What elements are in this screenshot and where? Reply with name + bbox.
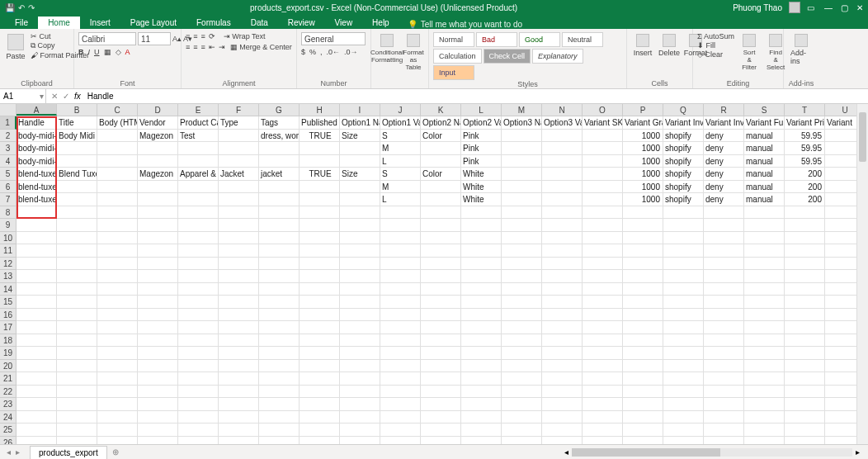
cell[interactable] <box>17 360 57 373</box>
cell[interactable]: Option3 Name <box>502 116 542 130</box>
cell[interactable]: Variant Inventory Tracker <box>663 116 704 130</box>
currency-button[interactable]: $ <box>301 48 305 56</box>
cell[interactable] <box>583 155 623 168</box>
cell[interactable] <box>663 411 704 424</box>
cell[interactable] <box>300 309 340 322</box>
cell[interactable] <box>300 244 340 258</box>
cell[interactable] <box>623 296 663 309</box>
cell[interactable] <box>583 360 623 373</box>
cell[interactable] <box>219 386 259 399</box>
cell[interactable] <box>138 270 178 283</box>
cell[interactable] <box>138 360 178 373</box>
cell[interactable] <box>502 372 542 386</box>
cell[interactable]: Pink <box>461 130 502 143</box>
cell[interactable] <box>57 334 97 348</box>
cell[interactable] <box>17 372 57 386</box>
cell[interactable] <box>583 321 623 334</box>
cell[interactable] <box>17 296 57 309</box>
cell[interactable] <box>704 309 744 322</box>
cell[interactable]: 1000 <box>623 193 663 206</box>
cell[interactable] <box>380 321 421 334</box>
cell[interactable] <box>138 398 178 411</box>
cell[interactable] <box>744 398 785 411</box>
cell[interactable]: Color <box>421 130 461 143</box>
cell[interactable] <box>300 411 340 424</box>
row-header[interactable]: 18 <box>0 334 17 348</box>
cell[interactable] <box>219 296 259 309</box>
menu-help[interactable]: Help <box>362 17 399 29</box>
cell[interactable] <box>97 219 138 232</box>
cell[interactable]: Variant Inventory Policy <box>704 116 744 130</box>
cell[interactable] <box>785 334 825 348</box>
cell[interactable]: body-midi-dress <box>17 155 57 168</box>
cell[interactable] <box>583 206 623 220</box>
col-header-G[interactable]: G <box>259 104 300 116</box>
sheet-nav-prev-icon[interactable]: ◂ <box>7 447 11 457</box>
row-header[interactable]: 11 <box>0 244 17 258</box>
cell[interactable] <box>663 206 704 220</box>
cell[interactable] <box>219 232 259 245</box>
autosum-button[interactable]: Σ AutoSum <box>697 32 734 40</box>
select-all-corner[interactable] <box>0 104 17 116</box>
cell[interactable] <box>785 411 825 424</box>
grow-font-icon[interactable]: A▴ <box>172 35 182 43</box>
cell[interactable] <box>97 193 138 206</box>
cell[interactable] <box>461 411 502 424</box>
cell[interactable]: 1000 <box>623 130 663 143</box>
cell[interactable] <box>704 206 744 220</box>
cell[interactable] <box>502 193 542 206</box>
cell[interactable] <box>17 219 57 232</box>
cell[interactable]: Apparel & Accessories <box>178 168 219 181</box>
col-header-O[interactable]: O <box>583 104 623 116</box>
sort-filter-button[interactable]: Sort & Filter <box>738 32 761 73</box>
cell[interactable] <box>502 360 542 373</box>
align-bot-icon[interactable]: ≡ <box>201 32 205 40</box>
cell[interactable] <box>97 130 138 143</box>
font-color-button[interactable]: A <box>125 48 130 56</box>
cell[interactable] <box>178 398 219 411</box>
cell[interactable] <box>502 270 542 283</box>
cell[interactable]: body-midi-dress <box>17 130 57 143</box>
row-header[interactable]: 5 <box>0 168 17 181</box>
cell[interactable] <box>138 155 178 168</box>
cell[interactable] <box>502 258 542 271</box>
cell[interactable] <box>17 386 57 399</box>
cell[interactable] <box>380 372 421 386</box>
cell[interactable] <box>300 181 340 194</box>
cell[interactable] <box>57 244 97 258</box>
cell[interactable] <box>744 411 785 424</box>
cell[interactable]: Body (HTML) <box>97 116 138 130</box>
cell[interactable]: shopify <box>663 155 704 168</box>
cell[interactable]: manual <box>744 193 785 206</box>
cell[interactable] <box>421 372 461 386</box>
row-header[interactable]: 19 <box>0 347 17 360</box>
cell[interactable]: Variant Grams <box>623 116 663 130</box>
cell[interactable] <box>623 283 663 296</box>
cell[interactable] <box>219 155 259 168</box>
conditional-format-button[interactable]: Conditional Formatting <box>375 32 399 65</box>
cell[interactable] <box>542 360 583 373</box>
minimize-icon[interactable]: — <box>824 3 833 12</box>
cell[interactable] <box>663 219 704 232</box>
cell[interactable] <box>259 398 300 411</box>
cell[interactable] <box>785 360 825 373</box>
font-size-box[interactable]: 11 <box>138 32 171 45</box>
cell[interactable] <box>583 244 623 258</box>
cell[interactable] <box>340 258 380 271</box>
cell[interactable] <box>421 398 461 411</box>
cell[interactable] <box>583 142 623 155</box>
cell[interactable] <box>785 309 825 322</box>
cell[interactable] <box>663 296 704 309</box>
italic-button[interactable]: I <box>88 48 91 56</box>
cell[interactable] <box>178 296 219 309</box>
cell[interactable] <box>704 372 744 386</box>
cell[interactable] <box>97 206 138 220</box>
cell[interactable] <box>300 193 340 206</box>
cell[interactable]: 1000 <box>623 142 663 155</box>
cell[interactable] <box>259 155 300 168</box>
cell[interactable] <box>259 296 300 309</box>
cell[interactable] <box>583 283 623 296</box>
cell[interactable] <box>97 270 138 283</box>
cell[interactable] <box>744 334 785 348</box>
cell[interactable] <box>259 193 300 206</box>
